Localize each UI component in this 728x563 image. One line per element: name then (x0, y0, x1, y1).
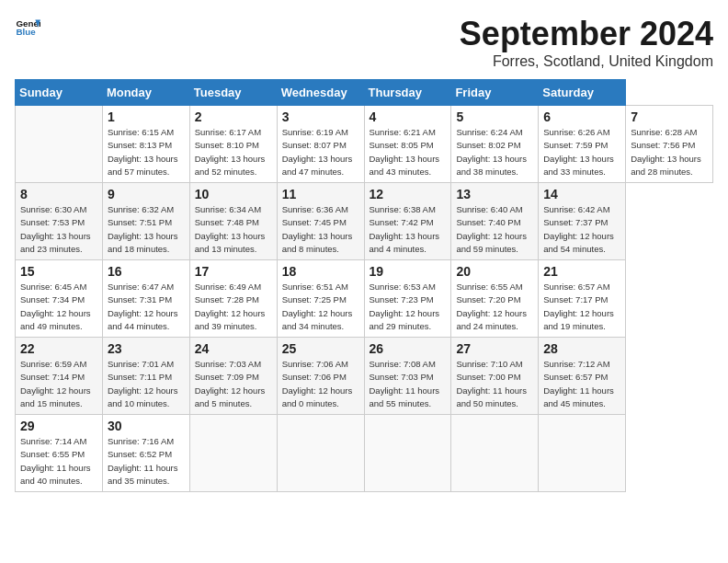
calendar-cell: 19Sunrise: 6:53 AM Sunset: 7:23 PM Dayli… (364, 260, 451, 338)
calendar-cell: 15Sunrise: 6:45 AM Sunset: 7:34 PM Dayli… (16, 260, 103, 338)
calendar-week-row: 1Sunrise: 6:15 AM Sunset: 8:13 PM Daylig… (16, 106, 713, 183)
day-info: Sunrise: 6:17 AM Sunset: 8:10 PM Dayligh… (195, 126, 272, 178)
calendar-cell (539, 415, 626, 492)
day-number: 27 (456, 341, 533, 356)
day-info: Sunrise: 7:06 AM Sunset: 7:06 PM Dayligh… (282, 358, 359, 410)
day-info: Sunrise: 7:14 AM Sunset: 6:55 PM Dayligh… (20, 435, 97, 488)
calendar-cell: 5Sunrise: 6:24 AM Sunset: 8:02 PM Daylig… (451, 106, 539, 183)
day-number: 29 (20, 419, 97, 433)
calendar-week-row: 8Sunrise: 6:30 AM Sunset: 7:53 PM Daylig… (16, 183, 713, 260)
weekday-header: Sunday (16, 80, 103, 106)
svg-text:Blue: Blue (16, 27, 36, 37)
calendar-cell: 23Sunrise: 7:01 AM Sunset: 7:11 PM Dayli… (102, 338, 189, 415)
day-info: Sunrise: 6:28 AM Sunset: 7:56 PM Dayligh… (631, 126, 708, 178)
calendar-cell: 18Sunrise: 6:51 AM Sunset: 7:25 PM Dayli… (277, 260, 364, 338)
day-info: Sunrise: 6:32 AM Sunset: 7:51 PM Dayligh… (108, 203, 185, 256)
day-number: 19 (370, 264, 447, 279)
calendar-cell (451, 415, 539, 492)
day-number: 30 (108, 419, 185, 433)
calendar-cell: 24Sunrise: 7:03 AM Sunset: 7:09 PM Dayli… (189, 338, 277, 415)
logo: General Blue (15, 15, 40, 40)
month-title: September 2024 (460, 15, 713, 53)
calendar-cell: 11Sunrise: 6:36 AM Sunset: 7:45 PM Dayli… (277, 183, 364, 260)
weekday-header: Tuesday (189, 80, 277, 106)
day-info: Sunrise: 6:30 AM Sunset: 7:53 PM Dayligh… (20, 203, 97, 256)
day-info: Sunrise: 6:42 AM Sunset: 7:37 PM Dayligh… (543, 203, 620, 256)
calendar-cell (277, 415, 364, 492)
calendar-cell: 6Sunrise: 6:26 AM Sunset: 7:59 PM Daylig… (539, 106, 626, 183)
day-info: Sunrise: 6:15 AM Sunset: 8:13 PM Dayligh… (108, 126, 185, 178)
day-number: 15 (20, 264, 97, 279)
day-info: Sunrise: 6:19 AM Sunset: 8:07 PM Dayligh… (282, 126, 359, 178)
day-info: Sunrise: 6:45 AM Sunset: 7:34 PM Dayligh… (20, 281, 97, 333)
calendar-cell (16, 106, 103, 183)
day-number: 7 (631, 109, 708, 124)
calendar-cell: 9Sunrise: 6:32 AM Sunset: 7:51 PM Daylig… (102, 183, 189, 260)
calendar-cell: 28Sunrise: 7:12 AM Sunset: 6:57 PM Dayli… (539, 338, 626, 415)
calendar-cell: 10Sunrise: 6:34 AM Sunset: 7:48 PM Dayli… (189, 183, 277, 260)
day-info: Sunrise: 6:57 AM Sunset: 7:17 PM Dayligh… (543, 281, 620, 333)
calendar-cell: 4Sunrise: 6:21 AM Sunset: 8:05 PM Daylig… (364, 106, 451, 183)
day-number: 6 (543, 109, 620, 124)
calendar-cell: 26Sunrise: 7:08 AM Sunset: 7:03 PM Dayli… (364, 338, 451, 415)
weekday-header: Thursday (364, 80, 451, 106)
day-info: Sunrise: 6:36 AM Sunset: 7:45 PM Dayligh… (282, 203, 359, 256)
day-number: 25 (282, 341, 359, 356)
calendar-cell: 17Sunrise: 6:49 AM Sunset: 7:28 PM Dayli… (189, 260, 277, 338)
day-number: 22 (20, 341, 97, 356)
location-title: Forres, Scotland, United Kingdom (460, 53, 713, 70)
day-info: Sunrise: 7:01 AM Sunset: 7:11 PM Dayligh… (108, 358, 185, 410)
weekday-header-row: SundayMondayTuesdayWednesdayThursdayFrid… (16, 80, 713, 106)
calendar-cell: 8Sunrise: 6:30 AM Sunset: 7:53 PM Daylig… (16, 183, 103, 260)
title-block: September 2024 Forres, Scotland, United … (460, 15, 713, 70)
calendar-cell: 16Sunrise: 6:47 AM Sunset: 7:31 PM Dayli… (102, 260, 189, 338)
day-info: Sunrise: 6:59 AM Sunset: 7:14 PM Dayligh… (20, 358, 97, 410)
day-number: 13 (456, 187, 533, 201)
day-info: Sunrise: 6:21 AM Sunset: 8:05 PM Dayligh… (370, 126, 447, 178)
calendar-cell: 1Sunrise: 6:15 AM Sunset: 8:13 PM Daylig… (102, 106, 189, 183)
day-number: 21 (543, 264, 620, 279)
calendar-cell (364, 415, 451, 492)
day-info: Sunrise: 7:16 AM Sunset: 6:52 PM Dayligh… (108, 435, 185, 488)
calendar-week-row: 15Sunrise: 6:45 AM Sunset: 7:34 PM Dayli… (16, 260, 713, 338)
day-info: Sunrise: 6:51 AM Sunset: 7:25 PM Dayligh… (282, 281, 359, 333)
day-info: Sunrise: 6:55 AM Sunset: 7:20 PM Dayligh… (456, 281, 533, 333)
day-info: Sunrise: 7:10 AM Sunset: 7:00 PM Dayligh… (456, 358, 533, 410)
calendar-cell: 14Sunrise: 6:42 AM Sunset: 7:37 PM Dayli… (539, 183, 626, 260)
calendar-table: SundayMondayTuesdayWednesdayThursdayFrid… (15, 79, 713, 492)
day-info: Sunrise: 6:38 AM Sunset: 7:42 PM Dayligh… (370, 203, 447, 256)
weekday-header: Monday (102, 80, 189, 106)
day-number: 2 (195, 109, 272, 124)
day-info: Sunrise: 6:24 AM Sunset: 8:02 PM Dayligh… (456, 126, 533, 178)
calendar-cell: 2Sunrise: 6:17 AM Sunset: 8:10 PM Daylig… (189, 106, 277, 183)
weekday-header: Wednesday (277, 80, 364, 106)
day-info: Sunrise: 6:34 AM Sunset: 7:48 PM Dayligh… (195, 203, 272, 256)
day-info: Sunrise: 7:12 AM Sunset: 6:57 PM Dayligh… (543, 358, 620, 410)
calendar-week-row: 29Sunrise: 7:14 AM Sunset: 6:55 PM Dayli… (16, 415, 713, 492)
calendar-cell: 13Sunrise: 6:40 AM Sunset: 7:40 PM Dayli… (451, 183, 539, 260)
day-info: Sunrise: 7:03 AM Sunset: 7:09 PM Dayligh… (195, 358, 272, 410)
calendar-cell: 20Sunrise: 6:55 AM Sunset: 7:20 PM Dayli… (451, 260, 539, 338)
day-number: 28 (543, 341, 620, 356)
calendar-cell: 30Sunrise: 7:16 AM Sunset: 6:52 PM Dayli… (102, 415, 189, 492)
day-number: 4 (370, 109, 447, 124)
logo-icon: General Blue (15, 15, 40, 40)
day-info: Sunrise: 6:53 AM Sunset: 7:23 PM Dayligh… (370, 281, 447, 333)
calendar-cell: 22Sunrise: 6:59 AM Sunset: 7:14 PM Dayli… (16, 338, 103, 415)
calendar-cell: 7Sunrise: 6:28 AM Sunset: 7:56 PM Daylig… (626, 106, 713, 183)
day-number: 1 (108, 109, 185, 124)
day-number: 3 (282, 109, 359, 124)
day-info: Sunrise: 6:40 AM Sunset: 7:40 PM Dayligh… (456, 203, 533, 256)
calendar-cell: 29Sunrise: 7:14 AM Sunset: 6:55 PM Dayli… (16, 415, 103, 492)
day-number: 18 (282, 264, 359, 279)
calendar-cell: 3Sunrise: 6:19 AM Sunset: 8:07 PM Daylig… (277, 106, 364, 183)
day-number: 10 (195, 187, 272, 201)
calendar-week-row: 22Sunrise: 6:59 AM Sunset: 7:14 PM Dayli… (16, 338, 713, 415)
weekday-header: Saturday (539, 80, 626, 106)
day-number: 5 (456, 109, 533, 124)
day-info: Sunrise: 7:08 AM Sunset: 7:03 PM Dayligh… (370, 358, 447, 410)
calendar-cell: 25Sunrise: 7:06 AM Sunset: 7:06 PM Dayli… (277, 338, 364, 415)
day-number: 16 (108, 264, 185, 279)
day-number: 8 (20, 187, 97, 201)
day-number: 14 (543, 187, 620, 201)
